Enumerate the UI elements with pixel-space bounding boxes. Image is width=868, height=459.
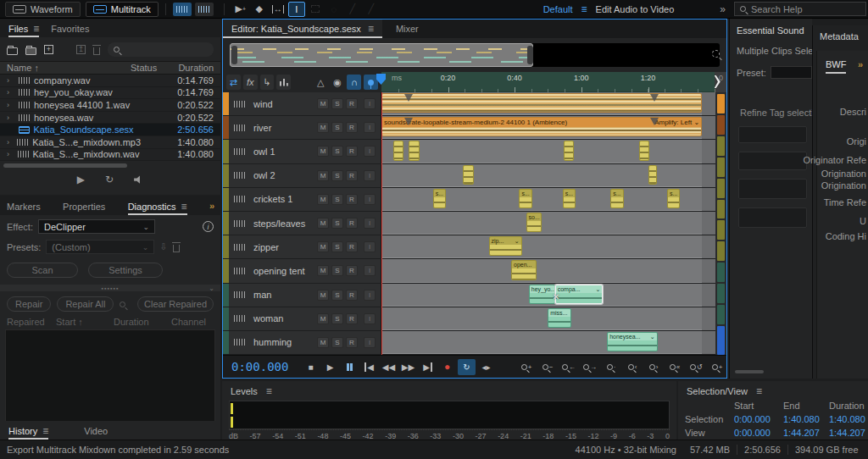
audio-clip[interactable] bbox=[409, 141, 420, 160]
chevron-down-icon[interactable]: ⌄ bbox=[650, 333, 655, 340]
audio-clip[interactable]: honeysea...⌄ bbox=[607, 332, 657, 351]
fast-forward-button[interactable]: ▶▶ bbox=[399, 359, 417, 375]
audio-clip[interactable]: s... bbox=[519, 189, 531, 208]
track-lane[interactable] bbox=[381, 164, 726, 187]
audio-clip[interactable] bbox=[639, 141, 649, 160]
navigator-right-handle[interactable] bbox=[527, 46, 533, 64]
track-header[interactable]: opening tentMSRI bbox=[223, 259, 381, 282]
track-lane[interactable]: soundscrate-loopable-stream-medium-2 441… bbox=[381, 116, 726, 139]
info-icon[interactable]: i bbox=[203, 221, 214, 232]
fade-in-handle[interactable] bbox=[404, 94, 413, 102]
file-row[interactable]: ›hey_you_okay.wav0:14.769 bbox=[0, 87, 220, 100]
s-track-button[interactable]: S bbox=[331, 337, 343, 348]
audio-clip[interactable] bbox=[381, 93, 702, 113]
level-meter[interactable] bbox=[229, 401, 670, 429]
save-preset-icon[interactable]: ⇩ bbox=[159, 241, 167, 252]
track-header[interactable]: hummingMSRI bbox=[223, 331, 381, 354]
sv-duration-value[interactable]: 1:40.080 bbox=[829, 414, 868, 424]
repair-all-button[interactable]: Repair All bbox=[57, 296, 114, 312]
marquee-tool-icon[interactable] bbox=[307, 2, 324, 17]
track-lane[interactable]: miss... bbox=[381, 307, 726, 330]
s-track-button[interactable]: S bbox=[331, 218, 343, 229]
navigator-left-handle[interactable] bbox=[231, 46, 237, 64]
editor-menu-icon[interactable]: ≡ bbox=[368, 23, 374, 35]
time-display[interactable]: 0:00.000 bbox=[223, 360, 302, 373]
row-expand-icon[interactable]: › bbox=[7, 88, 19, 97]
r-track-button[interactable]: R bbox=[346, 98, 358, 109]
tag-field[interactable] bbox=[738, 179, 807, 199]
play-button[interactable]: ▶ bbox=[321, 359, 339, 375]
timeline-ruler[interactable]: ms 0 0:200:401:001:20 bbox=[381, 72, 726, 92]
tab-editor-session[interactable]: Editor: Katia_Soundscape.sesx ≡ bbox=[223, 19, 382, 38]
audio-clip[interactable] bbox=[393, 141, 403, 160]
audio-clip[interactable]: s... bbox=[610, 189, 623, 208]
files-menu-icon[interactable]: ≡ bbox=[33, 23, 39, 35]
spot-heal-tool-icon[interactable]: ╱ bbox=[363, 2, 380, 17]
m-track-button[interactable]: M bbox=[317, 98, 329, 109]
s-track-button[interactable]: S bbox=[331, 122, 343, 133]
arm-track-button[interactable]: I bbox=[364, 194, 376, 205]
zoom-out-time-button[interactable]: → bbox=[581, 359, 599, 375]
audio-clip[interactable]: soundscrate-loopable-stream-medium-2 441… bbox=[381, 117, 702, 136]
effect-dropdown[interactable]: DeClipper ⌄ bbox=[38, 219, 155, 234]
tab-history[interactable]: History ≡ bbox=[8, 421, 48, 440]
r-track-button[interactable]: R bbox=[346, 313, 358, 324]
sv-end-value[interactable]: 1:44.207 bbox=[783, 428, 829, 438]
multitrack-mode-button[interactable]: Multitrack bbox=[86, 2, 159, 17]
r-track-button[interactable]: R bbox=[346, 290, 358, 301]
sv-duration-value[interactable]: 1:44.207 bbox=[829, 428, 868, 438]
r-track-button[interactable]: R bbox=[346, 146, 358, 157]
chevron-down-icon[interactable]: ⌄ bbox=[595, 285, 600, 293]
import-file-icon[interactable] bbox=[25, 47, 36, 55]
marker-pin-icon[interactable] bbox=[364, 75, 378, 90]
zoom-to-out-point-button[interactable]: › bbox=[644, 359, 663, 375]
s-track-button[interactable]: S bbox=[331, 170, 343, 181]
m-track-button[interactable]: M bbox=[317, 146, 329, 157]
s-track-button[interactable]: S bbox=[331, 98, 343, 109]
r-track-button[interactable]: R bbox=[346, 194, 358, 205]
track-lane[interactable] bbox=[381, 140, 726, 163]
paintbrush-tool-icon[interactable]: ╱ bbox=[344, 2, 361, 17]
track-header[interactable]: zipperMSRI bbox=[223, 235, 381, 258]
zoom-in-button[interactable]: + bbox=[517, 359, 536, 375]
m-track-button[interactable]: M bbox=[317, 290, 329, 301]
stop-button[interactable]: ■ bbox=[302, 359, 320, 375]
razor-tool-icon[interactable]: ◆ bbox=[251, 2, 268, 17]
metronome-icon[interactable]: △ bbox=[314, 75, 328, 90]
track-header[interactable]: crickets 1MSRI bbox=[223, 188, 381, 211]
sv-start-value[interactable]: 0:00.000 bbox=[734, 428, 783, 438]
selection-view-menu-icon[interactable]: ≡ bbox=[756, 385, 762, 397]
move-tool-icon[interactable]: ▶+ bbox=[232, 2, 249, 17]
track-header[interactable]: riverMSRI bbox=[223, 116, 381, 139]
tag-field[interactable] bbox=[738, 207, 807, 228]
m-track-button[interactable]: M bbox=[317, 265, 329, 276]
tab-bwf[interactable]: BWF bbox=[826, 59, 846, 74]
tag-field[interactable] bbox=[738, 152, 807, 170]
sv-end-value[interactable]: 1:40.080 bbox=[783, 414, 829, 424]
panel-splitter[interactable]: ▪▪▪▪▪▪⌄ bbox=[0, 285, 220, 291]
arm-track-button[interactable]: I bbox=[364, 146, 376, 157]
zoom-timed-button[interactable]: ↺ bbox=[687, 359, 705, 375]
settings-button[interactable]: Settings bbox=[88, 263, 163, 278]
record-button[interactable]: ● bbox=[438, 359, 456, 375]
arm-track-button[interactable]: I bbox=[364, 218, 376, 229]
punch-record-icon[interactable]: ◉ bbox=[331, 75, 345, 90]
skip-to-end-button[interactable]: ▶ bbox=[419, 359, 437, 375]
file-row[interactable]: ›Katia_S...e_mixdown.mp31:40.080 bbox=[0, 136, 220, 149]
tag-field[interactable] bbox=[738, 126, 807, 143]
skip-to-start-button[interactable]: ◀ bbox=[360, 359, 378, 375]
arm-track-button[interactable]: I bbox=[364, 122, 376, 133]
audio-clip[interactable] bbox=[648, 165, 657, 185]
row-expand-icon[interactable]: › bbox=[7, 150, 18, 158]
file-row[interactable]: ›honeysea 44100 1.wav0:20.522 bbox=[0, 99, 220, 112]
m-track-button[interactable]: M bbox=[317, 218, 329, 229]
eq-icon[interactable] bbox=[276, 75, 291, 90]
panel-overflow-icon[interactable]: » bbox=[209, 201, 214, 211]
track-lane[interactable]: so... bbox=[381, 212, 726, 235]
arm-track-button[interactable]: I bbox=[364, 265, 376, 276]
waveform-mode-button[interactable]: Waveform bbox=[5, 2, 81, 17]
arm-track-button[interactable]: I bbox=[364, 290, 376, 301]
time-selection-tool-icon[interactable]: I bbox=[288, 2, 305, 17]
zoom-reset-button[interactable]: · bbox=[602, 359, 620, 375]
open-file-icon[interactable] bbox=[7, 47, 18, 55]
